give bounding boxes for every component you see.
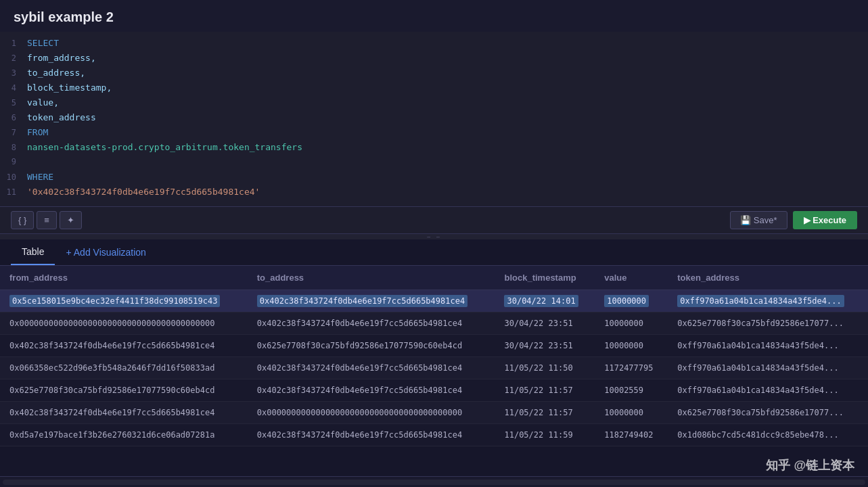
code-content: FROM — [27, 127, 48, 137]
line-number: 10 — [0, 172, 27, 182]
cell-to-address: 0x00000000000000000000000000000000000000… — [248, 402, 495, 424]
col-value: value — [595, 266, 668, 290]
line-number: 11 — [0, 187, 27, 197]
table-row[interactable]: 0x402c38f343724f0db4e6e19f7cc5d665b4981c… — [0, 402, 868, 424]
highlighted-cell: 0x5ce158015e9bc4ec32ef4411f38dc99108519c… — [9, 295, 220, 307]
col-from-address: from_address — [0, 266, 248, 290]
code-content: block_timestamp, — [27, 83, 112, 93]
cell-block-timestamp: 30/04/22 14:01 — [495, 290, 595, 312]
code-line-4: 4 block_timestamp, — [0, 82, 868, 97]
cell-to-address: 0x625e7708f30ca75bfd92586e17077590c60eb4… — [248, 335, 495, 357]
cell-from-address: 0x402c38f343724f0db4e6e19f7cc5d665b4981c… — [0, 402, 248, 424]
highlighted-cell: 30/04/22 14:01 — [504, 295, 578, 307]
code-line-5: 5 value, — [0, 97, 868, 112]
table-row[interactable]: 0x5ce158015e9bc4ec32ef4411f38dc99108519c… — [0, 290, 868, 312]
cell-to-address: 0x402c38f343724f0db4e6e19f7cc5d665b4981c… — [248, 379, 495, 402]
line-number: 6 — [0, 113, 27, 122]
line-number: 5 — [0, 98, 27, 108]
cell-from-address: 0x00000000000000000000000000000000000000… — [0, 312, 248, 335]
star-button[interactable]: ✦ — [60, 211, 82, 229]
results-area: Table + Add Visualization from_address t… — [0, 239, 868, 487]
cell-to-address: 0x402c38f343724f0db4e6e19f7cc5d665b4981c… — [248, 424, 495, 446]
cell-from-address: 0x625e7708f30ca75bfd92586e17077590c60eb4… — [0, 379, 248, 402]
col-block-timestamp: block_timestamp — [495, 266, 595, 290]
code-line-9: 9 — [0, 156, 868, 171]
tabs-bar: Table + Add Visualization — [0, 239, 868, 266]
code-line-7: 7FROM — [0, 126, 868, 141]
cell-from-address: 0xd5a7e197bace1f3b26e2760321d6ce06ad0728… — [0, 424, 248, 446]
cell-value: 10000000 — [595, 312, 668, 335]
bottom-scrollbar[interactable] — [0, 476, 868, 487]
code-content: SELECT — [27, 38, 59, 48]
editor-area: 1SELECT2 from_address,3 to_address,4 blo… — [0, 32, 868, 207]
cell-block-timestamp: 11/05/22 11:57 — [495, 379, 595, 402]
tab-table[interactable]: Table — [11, 239, 55, 265]
code-line-10: 10WHERE — [0, 171, 868, 186]
line-number: 2 — [0, 53, 27, 63]
cell-value: 10000000 — [595, 290, 668, 312]
page-title: sybil example 2 — [0, 0, 868, 32]
cell-token-address: 0xff970a61a04b1ca14834a43f5de4... — [668, 335, 868, 357]
table-container[interactable]: from_address to_address block_timestamp … — [0, 266, 868, 487]
line-number: 3 — [0, 68, 27, 78]
line-number: 1 — [0, 39, 27, 48]
list-format-button[interactable]: ≡ — [37, 211, 57, 229]
table-row[interactable]: 0xd5a7e197bace1f3b26e2760321d6ce06ad0728… — [0, 424, 868, 446]
code-line-2: 2 from_address, — [0, 52, 868, 67]
code-content: from_address, — [27, 53, 96, 63]
cell-block-timestamp: 11/05/22 11:57 — [495, 402, 595, 424]
toolbar: { } ≡ ✦ 💾 Save* ▶ Execute — [0, 207, 868, 234]
code-line-1: 1SELECT — [0, 37, 868, 52]
code-line-8: 8 nansen-datasets-prod.crypto_arbitrum.t… — [0, 141, 868, 156]
cell-block-timestamp: 11/05/22 11:59 — [495, 424, 595, 446]
code-line-3: 3 to_address, — [0, 67, 868, 82]
cell-to-address: 0x402c38f343724f0db4e6e19f7cc5d665b4981c… — [248, 290, 495, 312]
table-row[interactable]: 0x00000000000000000000000000000000000000… — [0, 312, 868, 335]
cell-block-timestamp: 30/04/22 23:51 — [495, 312, 595, 335]
resize-handle[interactable]: — — — [0, 234, 868, 239]
col-token-address: token_address — [668, 266, 868, 290]
line-number: 8 — [0, 143, 27, 152]
cell-token-address: 0x625e7708f30ca75bfd92586e17077... — [668, 402, 868, 424]
table-row[interactable]: 0x402c38f343724f0db4e6e19f7cc5d665b4981c… — [0, 335, 868, 357]
cell-value: 10002559 — [595, 379, 668, 402]
cell-token-address: 0xff970a61a04b1ca14834a43f5de4... — [668, 379, 868, 402]
highlighted-cell: 10000000 — [604, 295, 649, 307]
code-content: to_address, — [27, 68, 85, 78]
json-format-button[interactable]: { } — [11, 211, 34, 229]
line-number: 4 — [0, 83, 27, 93]
highlighted-cell: 0x402c38f343724f0db4e6e19f7cc5d665b4981c… — [257, 295, 467, 307]
cell-token-address: 0x625e7708f30ca75bfd92586e17077... — [668, 312, 868, 335]
cell-block-timestamp: 30/04/22 23:51 — [495, 335, 595, 357]
cell-to-address: 0x402c38f343724f0db4e6e19f7cc5d665b4981c… — [248, 312, 495, 335]
line-number: 7 — [0, 128, 27, 137]
code-content: nansen-datasets-prod.crypto_arbitrum.tok… — [27, 142, 302, 152]
execute-button[interactable]: ▶ Execute — [793, 211, 857, 229]
code-line-11: 11 '0x402c38f343724f0db4e6e19f7cc5d665b4… — [0, 186, 868, 201]
cell-from-address: 0x066358ec522d96e3fb548a2646f7dd16f50833… — [0, 357, 248, 379]
table-header-row: from_address to_address block_timestamp … — [0, 266, 868, 290]
line-number: 9 — [0, 157, 27, 166]
cell-value: 10000000 — [595, 402, 668, 424]
code-content: WHERE — [27, 172, 53, 182]
cell-value: 1172477795 — [595, 357, 668, 379]
col-to-address: to_address — [248, 266, 495, 290]
table-row[interactable]: 0x625e7708f30ca75bfd92586e17077590c60eb4… — [0, 379, 868, 402]
cell-token-address: 0x1d086bc7cd5c481dcc9c85ebe478... — [668, 424, 868, 446]
save-button[interactable]: 💾 Save* — [730, 211, 787, 229]
cell-from-address: 0x402c38f343724f0db4e6e19f7cc5d665b4981c… — [0, 335, 248, 357]
code-content: value, — [27, 97, 59, 108]
cell-token-address: 0xff970a61a04b1ca14834a43f5de4... — [668, 357, 868, 379]
cell-to-address: 0x402c38f343724f0db4e6e19f7cc5d665b4981c… — [248, 357, 495, 379]
cell-block-timestamp: 11/05/22 11:50 — [495, 357, 595, 379]
table-row[interactable]: 0x066358ec522d96e3fb548a2646f7dd16f50833… — [0, 357, 868, 379]
cell-value: 10000000 — [595, 335, 668, 357]
cell-from-address: 0x5ce158015e9bc4ec32ef4411f38dc99108519c… — [0, 290, 248, 312]
results-table: from_address to_address block_timestamp … — [0, 266, 868, 446]
code-content: '0x402c38f343724f0db4e6e19f7cc5d665b4981… — [27, 187, 260, 197]
cell-token-address: 0xff970a61a04b1ca14834a43f5de4... — [668, 290, 868, 312]
cell-value: 1182749402 — [595, 424, 668, 446]
tab-add-visualization[interactable]: + Add Visualization — [55, 240, 156, 264]
code-line-6: 6 token_address — [0, 112, 868, 126]
code-content: token_address — [27, 112, 96, 122]
